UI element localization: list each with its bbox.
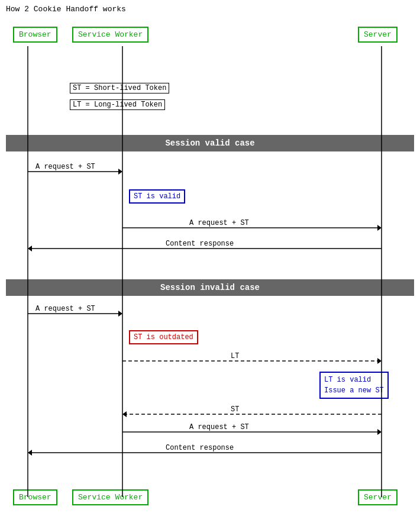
diagram: How 2 Cookie Handoff works Browser Servi… xyxy=(0,0,420,516)
def-st: ST = Short-lived Token xyxy=(70,84,169,92)
svg-text:A request + ST: A request + ST xyxy=(189,219,249,227)
svg-text:LT: LT xyxy=(231,352,239,360)
actor-server-bottom: Server xyxy=(358,489,398,505)
arrows-svg: A request + ST A request + ST Content re… xyxy=(0,0,420,516)
svg-text:Content response: Content response xyxy=(166,240,234,248)
actor-sw-top: Service Worker xyxy=(72,27,148,43)
section-valid: Session valid case xyxy=(6,135,414,151)
svg-marker-22 xyxy=(377,429,382,435)
svg-marker-16 xyxy=(377,358,382,364)
svg-text:A request + ST: A request + ST xyxy=(35,305,95,313)
actor-sw-bottom: Service Worker xyxy=(72,489,148,505)
actor-browser-top: Browser xyxy=(13,27,57,43)
svg-text:Content response: Content response xyxy=(166,444,234,452)
svg-marker-25 xyxy=(28,450,32,456)
svg-text:A request + ST: A request + ST xyxy=(189,423,249,431)
svg-marker-4 xyxy=(118,169,122,175)
svg-marker-10 xyxy=(28,246,32,251)
note-lt-valid: LT is validIssue a new ST xyxy=(319,372,389,399)
actor-server-top: Server xyxy=(358,27,398,43)
actor-browser-bottom: Browser xyxy=(13,489,57,505)
svg-marker-19 xyxy=(122,411,127,417)
svg-marker-13 xyxy=(118,311,122,317)
note-st-valid: ST is valid xyxy=(129,189,185,204)
note-st-outdated: ST is outdated xyxy=(129,330,198,344)
svg-text:ST: ST xyxy=(231,405,239,414)
section-invalid: Session invalid case xyxy=(6,279,414,296)
def-lt: LT = Long-lived Token xyxy=(70,101,165,109)
svg-marker-7 xyxy=(377,225,382,231)
page-title: How 2 Cookie Handoff works xyxy=(6,5,126,14)
svg-text:A request + ST: A request + ST xyxy=(35,163,95,171)
